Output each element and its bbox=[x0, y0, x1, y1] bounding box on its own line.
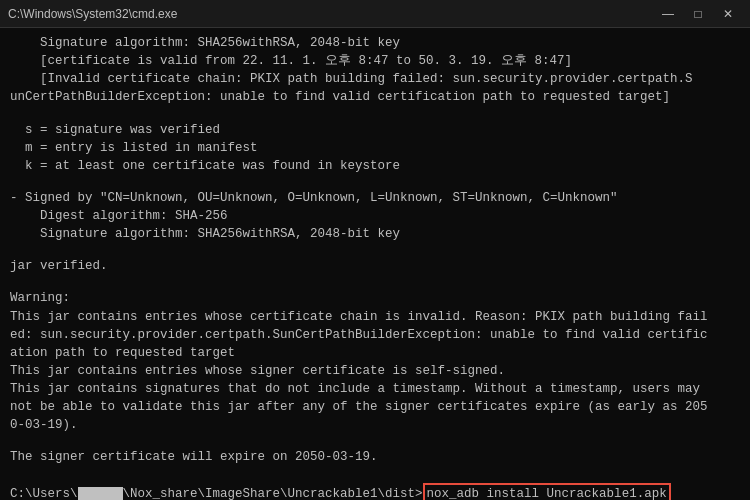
terminal-line: The signer certificate will expire on 20… bbox=[10, 448, 740, 466]
terminal-line: This jar contains signatures that do not… bbox=[10, 380, 740, 434]
terminal-line: Signature algorithm: SHA256withRSA, 2048… bbox=[10, 225, 740, 243]
terminal-line: This jar contains entries whose certific… bbox=[10, 308, 740, 362]
terminal-line: Signature algorithm: SHA256withRSA, 2048… bbox=[10, 34, 740, 52]
titlebar: C:\Windows\System32\cmd.exe — □ ✕ bbox=[0, 0, 750, 28]
terminal-line: - Signed by "CN=Unknown, OU=Unknown, O=U… bbox=[10, 189, 740, 207]
window-title: C:\Windows\System32\cmd.exe bbox=[8, 7, 177, 21]
prompt-prefix: C:\Users\ bbox=[10, 485, 78, 501]
terminal-content: Signature algorithm: SHA256withRSA, 2048… bbox=[0, 28, 750, 500]
terminal-line: s = signature was verified bbox=[10, 121, 740, 139]
redacted-username bbox=[78, 487, 123, 500]
window-controls: — □ ✕ bbox=[654, 3, 742, 25]
prompt-suffix: \Nox_share\ImageShare\Uncrackable1\dist> bbox=[123, 485, 423, 501]
terminal-line: m = entry is listed in manifest bbox=[10, 139, 740, 157]
cmd-window: C:\Windows\System32\cmd.exe — □ ✕ Signat… bbox=[0, 0, 750, 500]
terminal-line: Digest algorithm: SHA-256 bbox=[10, 207, 740, 225]
command-text: nox_adb install Uncrackable1.apk bbox=[423, 483, 671, 501]
prompt-line: C:\Users\ \Nox_share\ImageShare\Uncracka… bbox=[10, 483, 740, 501]
terminal-line: [Invalid certificate chain: PKIX path bu… bbox=[10, 70, 740, 106]
terminal-line: jar verified. bbox=[10, 257, 740, 275]
maximize-button[interactable]: □ bbox=[684, 3, 712, 25]
terminal-line: [certificate is valid from 22. 11. 1. 오후… bbox=[10, 52, 740, 70]
terminal-line: Warning: bbox=[10, 289, 740, 307]
close-button[interactable]: ✕ bbox=[714, 3, 742, 25]
minimize-button[interactable]: — bbox=[654, 3, 682, 25]
terminal-line: k = at least one certificate was found i… bbox=[10, 157, 740, 175]
terminal-line: This jar contains entries whose signer c… bbox=[10, 362, 740, 380]
